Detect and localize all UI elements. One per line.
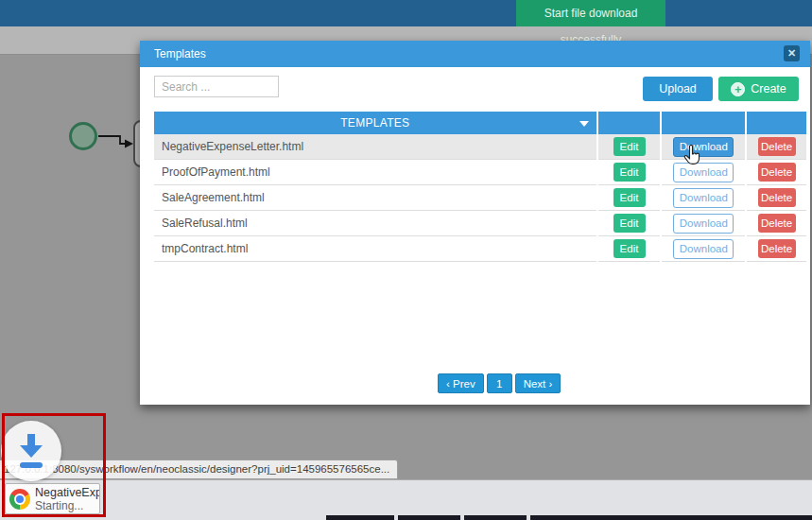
create-button-label: Create	[751, 82, 786, 95]
download-column-header	[662, 112, 745, 134]
template-name: ProofOfPayment.html	[154, 165, 270, 179]
toast-notification: Start file download successfully	[516, 0, 665, 26]
next-page-button[interactable]: Next ›	[515, 373, 561, 393]
edit-button[interactable]: Edit	[613, 188, 646, 207]
pagination: ‹ Prev 1 Next ›	[438, 373, 561, 393]
edit-button[interactable]: Edit	[613, 239, 646, 258]
annotation-highlight-box	[2, 413, 106, 517]
template-name: SaleAgreement.html	[154, 191, 265, 204]
edit-button[interactable]: Edit	[613, 214, 646, 233]
table-row[interactable]: tmpContract.html Edit Download Delete	[154, 236, 806, 262]
download-shelf	[0, 479, 812, 520]
delete-column-header	[747, 112, 806, 134]
template-name: tmpContract.html	[154, 242, 248, 255]
search-input[interactable]	[154, 76, 279, 97]
delete-button[interactable]: Delete	[758, 137, 796, 156]
taskbar-segment	[326, 515, 394, 520]
close-icon[interactable]: ✕	[784, 45, 800, 61]
screen: Templates Start file download successful…	[0, 0, 812, 520]
templates-modal: Templates ✕ Upload + Create TEMPLATES Ne…	[140, 41, 810, 405]
plus-icon: +	[731, 82, 745, 96]
templates-table: TEMPLATES NegativeExpenseLetter.html Edi…	[154, 112, 806, 262]
upload-button[interactable]: Upload	[643, 77, 713, 101]
hand-cursor-icon	[682, 145, 701, 167]
app-top-bar	[0, 0, 812, 26]
delete-button[interactable]: Delete	[758, 163, 796, 182]
edit-button[interactable]: Edit	[613, 163, 646, 182]
edit-button[interactable]: Edit	[613, 137, 646, 156]
modal-header	[140, 41, 810, 67]
templates-column-header[interactable]: TEMPLATES	[154, 112, 596, 134]
download-button[interactable]: Download	[673, 188, 734, 208]
sort-caret-icon[interactable]	[579, 121, 589, 127]
templates-column-label: TEMPLATES	[340, 116, 409, 130]
modal-title: Templates	[154, 47, 206, 61]
download-button[interactable]: Download	[673, 239, 734, 259]
edit-column-header	[598, 112, 661, 134]
taskbar-segment	[464, 515, 527, 520]
bpmn-start-event[interactable]	[69, 122, 97, 150]
table-row[interactable]: SaleAgreement.html Edit Download Delete	[154, 185, 806, 211]
delete-button[interactable]: Delete	[758, 239, 796, 258]
table-row[interactable]: ProofOfPayment.html Edit Download Delete	[154, 160, 806, 185]
page-number-button[interactable]: 1	[487, 373, 512, 393]
template-name: SaleRefusal.html	[154, 217, 248, 230]
delete-button[interactable]: Delete	[758, 214, 796, 233]
create-button[interactable]: + Create	[718, 77, 799, 101]
delete-button[interactable]: Delete	[758, 188, 796, 207]
download-button[interactable]: Download	[673, 214, 734, 234]
template-name: NegativeExpenseLetter.html	[154, 140, 303, 153]
taskbar-segment	[530, 515, 812, 520]
prev-page-button[interactable]: ‹ Prev	[438, 373, 484, 393]
table-row[interactable]: SaleRefusal.html Edit Download Delete	[154, 211, 806, 236]
table-row[interactable]: NegativeExpenseLetter.html Edit Download…	[154, 134, 806, 160]
taskbar-segment	[398, 515, 460, 520]
table-header-row: TEMPLATES	[154, 112, 806, 134]
